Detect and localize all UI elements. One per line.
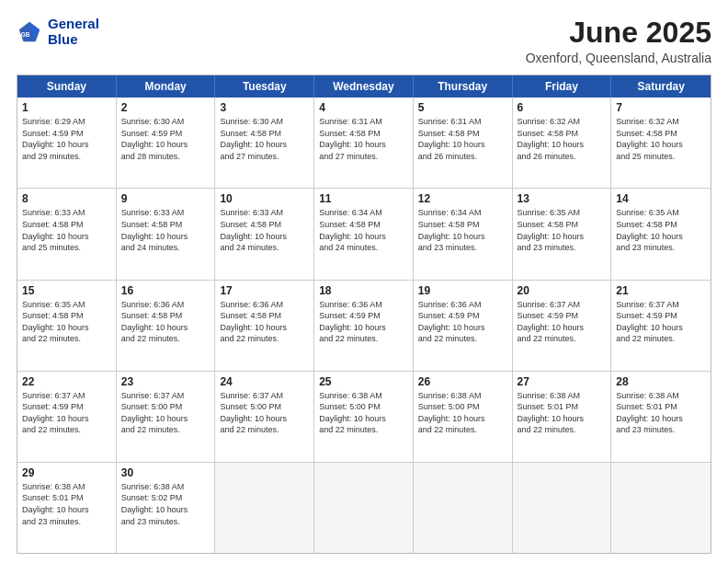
day-number: 24: [220, 375, 309, 388]
day-number: 30: [121, 466, 210, 479]
location: Oxenford, Queensland, Australia: [526, 51, 711, 65]
calendar-row: 15Sunrise: 6:35 AMSunset: 4:58 PMDayligh…: [17, 280, 711, 371]
day-number: 4: [319, 101, 408, 114]
day-number: 9: [121, 192, 210, 205]
cell-info: Sunrise: 6:29 AMSunset: 4:59 PMDaylight:…: [22, 116, 111, 162]
day-number: 23: [121, 375, 210, 388]
calendar-cell: 15Sunrise: 6:35 AMSunset: 4:58 PMDayligh…: [17, 281, 117, 371]
calendar-cell: 26Sunrise: 6:38 AMSunset: 5:00 PMDayligh…: [414, 372, 513, 462]
calendar-cell: 18Sunrise: 6:36 AMSunset: 4:59 PMDayligh…: [314, 281, 414, 371]
day-number: 14: [616, 192, 706, 205]
title-block: June 2025 Oxenford, Queensland, Australi…: [526, 17, 711, 65]
calendar-row: 22Sunrise: 6:37 AMSunset: 4:59 PMDayligh…: [17, 371, 711, 462]
day-number: 12: [418, 192, 507, 205]
cell-info: Sunrise: 6:37 AMSunset: 4:59 PMDaylight:…: [616, 299, 706, 345]
day-number: 20: [518, 284, 607, 297]
calendar-cell: 2Sunrise: 6:30 AMSunset: 4:59 PMDaylight…: [117, 98, 216, 188]
calendar-cell: 24Sunrise: 6:37 AMSunset: 5:00 PMDayligh…: [215, 372, 314, 462]
weekday-header: Tuesday: [215, 75, 314, 98]
calendar-cell: 19Sunrise: 6:36 AMSunset: 4:59 PMDayligh…: [414, 281, 513, 371]
cell-info: Sunrise: 6:34 AMSunset: 4:58 PMDaylight:…: [418, 207, 507, 253]
calendar-cell: 14Sunrise: 6:35 AMSunset: 4:58 PMDayligh…: [611, 189, 711, 279]
logo-line2: Blue: [48, 32, 99, 48]
cell-info: Sunrise: 6:38 AMSunset: 5:01 PMDaylight:…: [22, 481, 111, 527]
cell-info: Sunrise: 6:31 AMSunset: 4:58 PMDaylight:…: [319, 116, 408, 162]
logo-line1: General: [48, 17, 99, 32]
day-number: 18: [319, 284, 408, 297]
cell-info: Sunrise: 6:33 AMSunset: 4:58 PMDaylight:…: [121, 207, 210, 253]
cell-info: Sunrise: 6:37 AMSunset: 5:00 PMDaylight:…: [121, 390, 210, 436]
cell-info: Sunrise: 6:35 AMSunset: 4:58 PMDaylight:…: [616, 207, 706, 253]
day-number: 3: [220, 101, 309, 114]
page: GB General Blue June 2025 Oxenford, Quee…: [0, 0, 728, 563]
calendar-header: SundayMondayTuesdayWednesdayThursdayFrid…: [17, 75, 711, 98]
day-number: 22: [22, 375, 111, 388]
calendar-cell: 10Sunrise: 6:33 AMSunset: 4:58 PMDayligh…: [215, 189, 314, 279]
cell-info: Sunrise: 6:36 AMSunset: 4:59 PMDaylight:…: [418, 299, 507, 345]
calendar-row: 8Sunrise: 6:33 AMSunset: 4:58 PMDaylight…: [17, 188, 711, 279]
day-number: 15: [22, 284, 111, 297]
cell-info: Sunrise: 6:37 AMSunset: 4:59 PMDaylight:…: [518, 299, 607, 345]
weekday-header: Sunday: [17, 75, 117, 98]
cell-info: Sunrise: 6:36 AMSunset: 4:58 PMDaylight:…: [220, 299, 309, 345]
day-number: 16: [121, 284, 210, 297]
day-number: 29: [22, 466, 111, 479]
cell-info: Sunrise: 6:37 AMSunset: 4:59 PMDaylight:…: [22, 390, 111, 436]
day-number: 21: [616, 284, 706, 297]
cell-info: Sunrise: 6:33 AMSunset: 4:58 PMDaylight:…: [22, 207, 111, 253]
calendar-cell: 20Sunrise: 6:37 AMSunset: 4:59 PMDayligh…: [513, 281, 612, 371]
calendar-body: 1Sunrise: 6:29 AMSunset: 4:59 PMDaylight…: [17, 98, 711, 553]
calendar-cell: 27Sunrise: 6:38 AMSunset: 5:01 PMDayligh…: [513, 372, 612, 462]
calendar-cell: 25Sunrise: 6:38 AMSunset: 5:00 PMDayligh…: [314, 372, 414, 462]
calendar-cell: 29Sunrise: 6:38 AMSunset: 5:01 PMDayligh…: [17, 463, 117, 553]
cell-info: Sunrise: 6:30 AMSunset: 4:58 PMDaylight:…: [220, 116, 309, 162]
cell-info: Sunrise: 6:38 AMSunset: 5:02 PMDaylight:…: [121, 481, 210, 527]
day-number: 13: [518, 192, 607, 205]
day-number: 1: [22, 101, 111, 114]
calendar-cell: 1Sunrise: 6:29 AMSunset: 4:59 PMDaylight…: [17, 98, 117, 188]
svg-text:GB: GB: [21, 30, 30, 37]
calendar-row: 1Sunrise: 6:29 AMSunset: 4:59 PMDaylight…: [17, 98, 711, 188]
calendar-cell: [513, 463, 612, 553]
calendar-cell: 7Sunrise: 6:32 AMSunset: 4:58 PMDaylight…: [611, 98, 711, 188]
cell-info: Sunrise: 6:33 AMSunset: 4:58 PMDaylight:…: [220, 207, 309, 253]
cell-info: Sunrise: 6:38 AMSunset: 5:00 PMDaylight:…: [418, 390, 507, 436]
weekday-header: Thursday: [414, 75, 513, 98]
day-number: 5: [418, 101, 507, 114]
calendar-cell: 9Sunrise: 6:33 AMSunset: 4:58 PMDaylight…: [117, 189, 216, 279]
cell-info: Sunrise: 6:36 AMSunset: 4:59 PMDaylight:…: [319, 299, 408, 345]
calendar-cell: [215, 463, 314, 553]
logo-icon: GB: [17, 19, 42, 45]
day-number: 25: [319, 375, 408, 388]
cell-info: Sunrise: 6:38 AMSunset: 5:00 PMDaylight:…: [319, 390, 408, 436]
cell-info: Sunrise: 6:35 AMSunset: 4:58 PMDaylight:…: [22, 299, 111, 345]
cell-info: Sunrise: 6:37 AMSunset: 5:00 PMDaylight:…: [220, 390, 309, 436]
day-number: 11: [319, 192, 408, 205]
calendar-cell: 30Sunrise: 6:38 AMSunset: 5:02 PMDayligh…: [117, 463, 216, 553]
day-number: 2: [121, 101, 210, 114]
calendar-cell: 23Sunrise: 6:37 AMSunset: 5:00 PMDayligh…: [117, 372, 216, 462]
day-number: 6: [518, 101, 607, 114]
day-number: 19: [418, 284, 507, 297]
calendar-cell: 22Sunrise: 6:37 AMSunset: 4:59 PMDayligh…: [17, 372, 117, 462]
cell-info: Sunrise: 6:38 AMSunset: 5:01 PMDaylight:…: [518, 390, 607, 436]
calendar-cell: 11Sunrise: 6:34 AMSunset: 4:58 PMDayligh…: [314, 189, 414, 279]
calendar-cell: 21Sunrise: 6:37 AMSunset: 4:59 PMDayligh…: [611, 281, 711, 371]
month-title: June 2025: [526, 17, 711, 49]
calendar-cell: 8Sunrise: 6:33 AMSunset: 4:58 PMDaylight…: [17, 189, 117, 279]
calendar-cell: 3Sunrise: 6:30 AMSunset: 4:58 PMDaylight…: [215, 98, 314, 188]
day-number: 8: [22, 192, 111, 205]
calendar-cell: 5Sunrise: 6:31 AMSunset: 4:58 PMDaylight…: [414, 98, 513, 188]
calendar-cell: [414, 463, 513, 553]
cell-info: Sunrise: 6:36 AMSunset: 4:58 PMDaylight:…: [121, 299, 210, 345]
weekday-header: Saturday: [611, 75, 711, 98]
calendar-cell: 4Sunrise: 6:31 AMSunset: 4:58 PMDaylight…: [314, 98, 414, 188]
calendar-cell: [611, 463, 711, 553]
calendar-cell: [314, 463, 414, 553]
calendar-cell: 16Sunrise: 6:36 AMSunset: 4:58 PMDayligh…: [117, 281, 216, 371]
weekday-header: Monday: [117, 75, 216, 98]
cell-info: Sunrise: 6:38 AMSunset: 5:01 PMDaylight:…: [616, 390, 706, 436]
day-number: 17: [220, 284, 309, 297]
cell-info: Sunrise: 6:30 AMSunset: 4:59 PMDaylight:…: [121, 116, 210, 162]
day-number: 26: [418, 375, 507, 388]
